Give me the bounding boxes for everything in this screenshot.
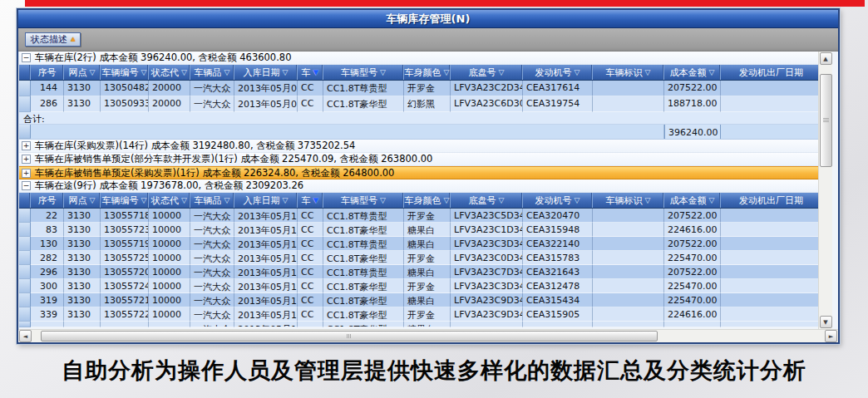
filter-icon[interactable]: ▽ [90, 197, 96, 204]
filter-icon[interactable]: ▽ [645, 69, 651, 76]
vertical-scroll-thumb[interactable] [820, 74, 832, 167]
filter-icon[interactable]: ▽ [380, 69, 386, 76]
column-header-5[interactable]: 入库日期▽ [234, 65, 298, 80]
column-header-3[interactable]: 状态代▽ [149, 65, 190, 80]
group-header-row[interactable]: +车辆在库(采购发票)(14行) 成本金额 3192480.80, 含税金额 3… [19, 140, 818, 153]
horizontal-scroll-thumb[interactable] [41, 331, 658, 341]
column-header-4[interactable]: 车辆品▽ [190, 193, 234, 208]
table-row-partial[interactable]: 一汽大众2013年05月15CC1.8T豪华型糖果白 [19, 322, 818, 327]
filter-icon[interactable]: ▽ [380, 197, 386, 204]
filter-icon[interactable]: ▽ [499, 197, 505, 204]
expand-icon[interactable]: + [22, 155, 31, 164]
row-indicator[interactable] [19, 322, 31, 327]
row-indicator[interactable] [19, 81, 31, 96]
scroll-left-icon[interactable]: ◄ [19, 330, 32, 342]
column-header-1[interactable]: 网点▽ [64, 193, 101, 208]
column-header-0[interactable]: 序号 [31, 65, 64, 80]
scroll-down-icon[interactable]: ▼ [820, 316, 832, 328]
column-header-11[interactable]: 车辆标识▽ [593, 193, 664, 208]
horizontal-scrollbar[interactable]: ◄ ► [18, 329, 838, 342]
filter-icon[interactable]: ▽ [709, 69, 715, 76]
group-header-row[interactable]: −车辆在库(2行) 成本金额 396240.00, 含税金额 463600.80 [19, 52, 818, 65]
filter-icon[interactable]: ▽ [224, 69, 230, 76]
filter-icon[interactable]: ▽ [141, 69, 147, 76]
table-row[interactable]: 29631301305572010000一汽大众2013年05月15CCCC1.… [19, 265, 818, 279]
column-header-label: 发动机出厂日期 [739, 66, 803, 79]
column-header-11[interactable]: 车辆标识▽ [593, 65, 664, 80]
table-cell: 3130 [64, 96, 101, 112]
filter-icon[interactable]: ▽ [444, 197, 450, 204]
table-cell: 3130 [64, 223, 101, 237]
row-indicator[interactable] [19, 209, 31, 223]
filter-icon[interactable]: ▼ [313, 197, 319, 204]
row-indicator[interactable] [19, 307, 31, 322]
column-header-6[interactable]: 车▼ [298, 65, 323, 80]
table-cell: CC [298, 237, 323, 251]
expand-icon[interactable]: + [22, 169, 31, 178]
column-header-8[interactable]: 车身颜色▽ [404, 193, 451, 208]
filter-icon[interactable]: ▽ [181, 69, 187, 76]
scroll-up-icon[interactable]: ▲ [820, 52, 832, 65]
filter-icon[interactable]: ▽ [283, 69, 289, 76]
filter-icon[interactable]: ▼ [313, 69, 319, 76]
table-row[interactable]: 30031301305572410000一汽大众2013年05月15CCCC1.… [19, 279, 818, 293]
table-row[interactable]: 28631301305093320000一汽大众2013年05月04CCCC1.… [19, 96, 818, 112]
column-header-12[interactable]: 成本金额▽ [664, 193, 721, 208]
column-header-13[interactable]: 发动机出厂日期 [721, 193, 818, 208]
column-header-7[interactable]: 车辆型号▽ [323, 65, 404, 80]
row-indicator[interactable] [19, 251, 31, 265]
collapse-icon[interactable]: − [22, 53, 31, 62]
filter-icon[interactable]: ▽ [499, 69, 505, 76]
row-indicator[interactable] [19, 293, 31, 307]
filter-icon[interactable]: ▽ [224, 197, 230, 204]
column-header-9[interactable]: 底盘号▽ [451, 193, 523, 208]
column-header-8[interactable]: 车身颜色▽ [404, 65, 451, 80]
filter-icon[interactable]: ▽ [575, 197, 580, 204]
scroll-right-icon[interactable]: ► [825, 330, 837, 342]
vertical-scrollbar[interactable]: ▲ ▼ [818, 52, 832, 329]
column-header-10[interactable]: 发动机号▽ [523, 193, 593, 208]
column-header-12[interactable]: 成本金额▽ [664, 65, 721, 80]
filter-icon[interactable]: ▽ [141, 197, 147, 204]
filter-icon[interactable]: ▽ [444, 69, 450, 76]
table-row[interactable]: 31931301305572110000一汽大众2013年05月15CCCC1.… [19, 293, 818, 307]
table-cell: 13055721 [101, 293, 149, 307]
inventory-grid: −车辆在库(2行) 成本金额 396240.00, 含税金额 463600.80… [18, 52, 818, 329]
filter-icon[interactable]: ▽ [283, 197, 289, 204]
column-header-3[interactable]: 状态代▽ [149, 193, 190, 208]
group-header-label: 车辆在库被销售单预定(采购发票)(1行) 成本金额 226324.80, 含税金… [35, 167, 394, 179]
group-header-row[interactable]: +车辆在库被销售单预定(部分车款并开发票)(1行) 成本金额 225470.09… [19, 153, 818, 166]
column-header-7[interactable]: 车辆型号▽ [323, 193, 404, 208]
expand-icon[interactable]: + [22, 141, 31, 150]
collapse-icon[interactable]: − [22, 181, 31, 190]
table-row[interactable]: 28231301305572510000一汽大众2013年05月15CCCC1.… [19, 251, 818, 265]
column-header-10[interactable]: 发动机号▽ [523, 65, 593, 80]
column-header-13[interactable]: 发动机出厂日期 [721, 65, 818, 80]
row-indicator[interactable] [19, 96, 31, 112]
status-desc-button[interactable]: 状态描述 ▲ [25, 32, 81, 47]
table-row[interactable]: 8331301305572310000一汽大众2013年05月15CCCC1.8… [19, 223, 818, 237]
table-row[interactable]: 33931301305572210000一汽大众2013年05月15CCCC1.… [19, 307, 818, 322]
column-header-2[interactable]: 车辆编号▽ [101, 193, 149, 208]
table-row[interactable]: 14431301305048220000一汽大众2013年05月03CCCC1.… [19, 81, 818, 96]
filter-icon[interactable]: ▽ [709, 197, 715, 204]
row-indicator[interactable] [19, 279, 31, 293]
column-header-2[interactable]: 车辆编号▽ [101, 65, 149, 80]
group-header-row[interactable]: −车辆在途(9行) 成本金额 1973678.00, 含税金额 2309203.… [19, 179, 818, 193]
filter-icon[interactable]: ▽ [90, 69, 96, 76]
group-header-row[interactable]: +车辆在库被销售单预定(采购发票)(1行) 成本金额 226324.80, 含税… [19, 166, 818, 179]
filter-icon[interactable]: ▽ [575, 69, 580, 76]
table-row[interactable]: 13031301305571910000一汽大众2013年05月15CCCC1.… [19, 237, 818, 251]
row-indicator[interactable] [19, 265, 31, 279]
column-header-0[interactable]: 序号 [31, 193, 64, 208]
column-header-1[interactable]: 网点▽ [64, 65, 101, 80]
column-header-5[interactable]: 入库日期▽ [234, 193, 298, 208]
filter-icon[interactable]: ▽ [645, 197, 651, 204]
filter-icon[interactable]: ▽ [181, 197, 187, 204]
row-indicator[interactable] [19, 237, 31, 251]
column-header-4[interactable]: 车辆品▽ [190, 65, 234, 80]
table-row[interactable]: 2231301305571810000一汽大众2013年05月15CCCC1.8… [19, 209, 818, 223]
column-header-6[interactable]: 车▼ [298, 193, 323, 208]
row-indicator[interactable] [19, 223, 31, 237]
column-header-9[interactable]: 底盘号▽ [451, 65, 523, 80]
